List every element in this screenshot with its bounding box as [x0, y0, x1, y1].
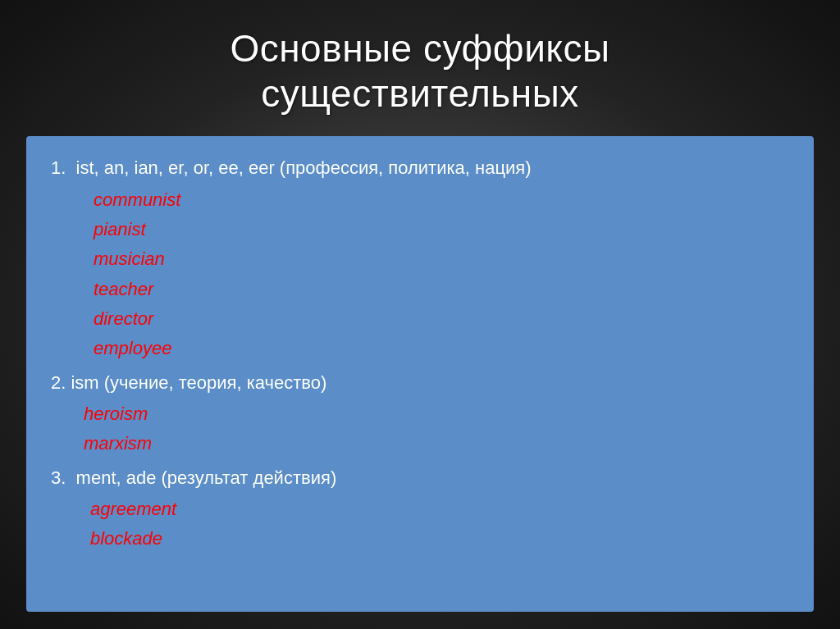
example-heroism: heroism	[84, 399, 789, 429]
slide-title: Основные суффиксы существительных	[230, 26, 609, 116]
section-1-text: ist, an, ian, er, or, ee, eer (профессия…	[76, 157, 532, 178]
section-2-number: 2.	[51, 372, 71, 393]
section-3-text: ment, ade (результат действия)	[76, 467, 337, 488]
section-3-number: 3.	[51, 467, 76, 488]
example-pianist: pianist	[94, 215, 789, 244]
section-1-number: 1.	[51, 157, 76, 178]
example-employee: employee	[94, 334, 789, 363]
example-blockade: blockade	[90, 524, 789, 554]
example-communist: communist	[94, 185, 789, 215]
section-2-header: 2. ism (учение, теория, качество)	[51, 367, 789, 398]
title-line1: Основные суффиксы	[230, 27, 609, 70]
section-2-text: ism (учение, теория, качество)	[71, 372, 326, 393]
content-box: 1. ist, an, ian, er, or, ee, eer (профес…	[26, 136, 814, 612]
list-section: 1. ist, an, ian, er, or, ee, eer (профес…	[51, 153, 789, 554]
example-agreement: agreement	[90, 495, 789, 524]
example-musician: musician	[94, 244, 789, 274]
title-line2: существительных	[261, 72, 579, 115]
title-area: Основные суффиксы существительных	[213, 0, 626, 136]
section-3-header: 3. ment, ade (результат действия)	[51, 463, 789, 493]
example-marxism: marxism	[84, 429, 789, 458]
example-teacher: teacher	[94, 275, 789, 304]
example-director: director	[94, 304, 789, 334]
section-1-header: 1. ist, an, ian, er, or, ee, eer (профес…	[51, 153, 789, 183]
